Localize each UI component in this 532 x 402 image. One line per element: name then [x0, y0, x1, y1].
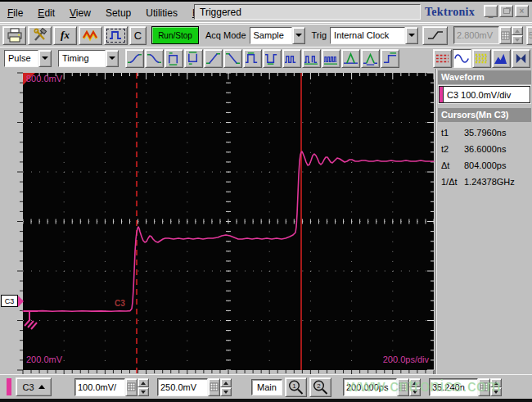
- measure-triple-pulse-button[interactable]: [322, 49, 340, 68]
- waveform-view-icon: [454, 52, 470, 65]
- clear-button[interactable]: C: [129, 26, 147, 45]
- channel-entry-label: C3 100.0mV/div: [447, 90, 511, 100]
- rise-curve-icon: [127, 52, 142, 65]
- menu-utilities[interactable]: Utilities: [138, 4, 185, 22]
- chevron-down-icon: [109, 56, 115, 60]
- menu-file[interactable]: File: [0, 4, 30, 22]
- measure-rise-time-button[interactable]: [204, 49, 223, 68]
- trig-level-value: 2.800mV: [457, 30, 493, 40]
- spin-down-icon[interactable]: [138, 387, 149, 396]
- plot-canvas[interactable]: [2, 70, 435, 374]
- run-stop-button[interactable]: Run/Stop: [151, 26, 199, 44]
- vertical-offset-field[interactable]: 250.0mV: [157, 378, 208, 396]
- measure-neg-width-button[interactable]: [184, 49, 203, 68]
- menu-setup[interactable]: Setup: [98, 4, 138, 22]
- burst-icon: [284, 52, 300, 65]
- trig-level-spinner[interactable]: [512, 26, 523, 44]
- eye-diagram-view-icon: [474, 52, 489, 65]
- channel-marker-arrow-icon: [18, 296, 24, 307]
- pos-width-icon: [166, 52, 182, 65]
- waveform-color-button[interactable]: [79, 26, 102, 45]
- measure-neg-pulse-button[interactable]: [263, 49, 282, 68]
- measure-pos-peak-button[interactable]: [341, 49, 360, 68]
- restore-button[interactable]: [499, 5, 513, 17]
- vertical-offset-keypad-button[interactable]: [208, 378, 220, 396]
- measure-step-button[interactable]: [381, 49, 399, 68]
- vertical-offset-spinner[interactable]: [220, 378, 232, 396]
- signal-class-dropdown-button[interactable]: [38, 50, 52, 67]
- plot-area[interactable]: 800.0mV 200.0mV 200.0ps/div C3 C3: [0, 69, 435, 374]
- top-voltage-label: 800.0mV: [26, 74, 62, 84]
- neg-pulse-icon: [264, 52, 280, 65]
- view-mask-button[interactable]: [512, 49, 530, 68]
- acq-mode-select[interactable]: Sample: [250, 27, 305, 44]
- trig-source-value: Internal Clock: [330, 27, 405, 44]
- minimize-button[interactable]: _: [484, 5, 498, 17]
- measure-burst-button[interactable]: [282, 49, 301, 68]
- measurement-toolbar: Pulse Timing: [0, 47, 532, 69]
- channel-select-label: C3: [22, 382, 34, 392]
- spin-down-icon[interactable]: [220, 387, 232, 396]
- measure-neg-peak-button[interactable]: [361, 49, 380, 68]
- keypad-icon: [501, 31, 510, 40]
- channel-reference-marker[interactable]: C3: [1, 295, 24, 307]
- zoom-2-button[interactable]: 2: [309, 377, 331, 397]
- formula-fx-button[interactable]: fx: [53, 26, 77, 45]
- menu-view[interactable]: View: [62, 4, 98, 22]
- main-toolbar: fx C Run/Stop Acq Mode Sample Trig Inter…: [0, 24, 532, 46]
- channel-entry[interactable]: C3 100.0mV/div: [439, 86, 530, 103]
- restore-icon: [503, 8, 510, 14]
- vertical-scale-keypad-button[interactable]: [125, 378, 138, 396]
- measure-pulse-train-button[interactable]: [302, 49, 321, 68]
- rising-edge-icon: [426, 29, 444, 42]
- channel-select-button[interactable]: C3: [16, 377, 52, 396]
- measure-category-select[interactable]: Timing: [58, 50, 119, 67]
- signal-class-select[interactable]: Pulse: [4, 50, 52, 67]
- trig-dropdown-button[interactable]: [405, 27, 418, 44]
- readout-panel: Waveform C3 100.0mV/div Cursors(Mn C3) t…: [435, 69, 532, 374]
- fifty-pct-label: 50%: [529, 31, 532, 40]
- zoom-1-button[interactable]: 1: [285, 377, 307, 397]
- fall-curve-icon: [147, 52, 162, 65]
- acq-mode-label: Acq Mode: [205, 30, 246, 40]
- chevron-down-icon: [42, 56, 48, 60]
- spin-down-icon[interactable]: [512, 35, 523, 44]
- waveform-color-icon: [83, 28, 99, 43]
- trig-slope-button[interactable]: [422, 26, 448, 45]
- vertical-scale-spinner[interactable]: [138, 378, 149, 396]
- timebase-mode-box[interactable]: Main: [251, 379, 282, 395]
- trig-source-select[interactable]: Internal Clock: [330, 27, 418, 44]
- measure-fall-time-button[interactable]: [223, 49, 242, 68]
- view-eye-diagram-button[interactable]: [472, 49, 491, 68]
- keypad-icon: [127, 382, 136, 391]
- pos-pulse-icon: [245, 52, 260, 65]
- view-waveform-button[interactable]: [453, 49, 471, 68]
- cursors-header: Cursors(Mn C3): [438, 108, 531, 122]
- view-cursors-button[interactable]: [433, 49, 452, 68]
- set-50pct-button[interactable]: 50%: [526, 26, 532, 45]
- channel-color-strip: [7, 378, 11, 395]
- trig-level-keypad-button[interactable]: [499, 26, 512, 44]
- measure-rise-curve-button[interactable]: [125, 49, 144, 68]
- close-button[interactable]: ×: [515, 5, 529, 17]
- readout-row-t1: t1 35.7960ns: [438, 124, 531, 140]
- menu-edit[interactable]: Edit: [30, 4, 62, 22]
- vertical-scale-field[interactable]: 100.0mV/: [74, 378, 125, 396]
- readout-row-dt: Δt 804.000ps: [438, 156, 531, 173]
- spin-up-icon[interactable]: [220, 378, 232, 387]
- measure-pos-pulse-button[interactable]: [243, 49, 262, 68]
- measure-pos-width-button[interactable]: [165, 49, 183, 68]
- measure-fall-curve-button[interactable]: [145, 49, 164, 68]
- print-button[interactable]: [2, 26, 26, 45]
- acq-mode-dropdown-button[interactable]: [292, 27, 305, 44]
- timebase-scale-label: 200.0ps/div: [383, 355, 429, 364]
- spin-up-icon[interactable]: [512, 26, 523, 35]
- view-histogram-button[interactable]: [492, 49, 511, 68]
- pulse-select-button[interactable]: [104, 26, 128, 45]
- tools-icon: [32, 28, 48, 43]
- tools-button[interactable]: [28, 26, 52, 45]
- close-icon: ×: [520, 8, 525, 15]
- measure-category-dropdown-button[interactable]: [106, 50, 119, 67]
- spin-up-icon[interactable]: [138, 378, 149, 387]
- trig-level-field[interactable]: 2.800mV: [453, 26, 499, 44]
